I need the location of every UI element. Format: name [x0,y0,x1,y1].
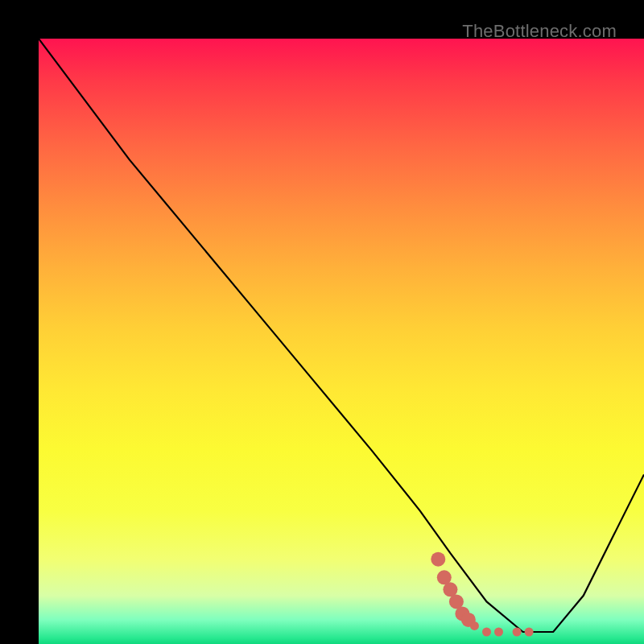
highlight-dot [525,628,534,637]
highlight-dots-group [431,552,533,637]
chart-svg [39,39,644,644]
highlight-dot [482,628,491,637]
highlight-dot [431,552,445,567]
chart-frame: TheBottleneck.com [0,0,644,644]
plot-area [39,39,644,644]
bottleneck-curve-path [39,39,644,632]
highlight-dot [513,628,522,637]
highlight-dot [494,628,503,637]
highlight-dot [470,621,479,630]
